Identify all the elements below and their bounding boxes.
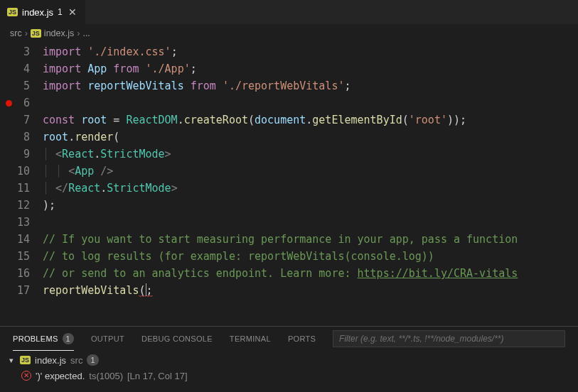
- tab-bar: JS index.js 1 ✕: [0, 0, 578, 25]
- tab-terminal[interactable]: TERMINAL: [230, 327, 271, 351]
- line-number: 11: [0, 180, 43, 197]
- problem-item[interactable]: ✕ ')' expected. ts(1005) [Ln 17, Col 17]: [7, 368, 571, 383]
- line-number: 3: [0, 43, 43, 60]
- bottom-panel: PROBLEMS 1 OUTPUT DEBUG CONSOLE TERMINAL…: [0, 326, 578, 391]
- line-number: 10: [0, 163, 43, 180]
- file-error-count-badge: 1: [87, 354, 98, 366]
- line-number: 5: [0, 77, 43, 94]
- line-number: 14: [0, 231, 43, 248]
- line-number: 6: [0, 94, 43, 111]
- chevron-right-icon: ›: [25, 28, 28, 38]
- js-icon: JS: [7, 8, 18, 16]
- breadcrumb-seg-src[interactable]: src: [10, 28, 22, 38]
- problems-count-badge: 1: [63, 333, 74, 344]
- problem-message: ')' expected.: [36, 371, 85, 381]
- panel-tab-bar: PROBLEMS 1 OUTPUT DEBUG CONSOLE TERMINAL…: [0, 327, 578, 351]
- js-icon: JS: [20, 356, 31, 364]
- line-number: 12: [0, 197, 43, 214]
- error-icon: ✕: [21, 371, 31, 381]
- line-number: 8: [0, 129, 43, 146]
- breadcrumb: src › JS index.js › ...: [0, 25, 578, 42]
- line-number: 16: [0, 265, 43, 282]
- js-icon: JS: [31, 29, 41, 38]
- code-lines: 3import './index.css'; 4import App from …: [0, 42, 578, 299]
- line-number: 7: [0, 111, 43, 129]
- tab-dirty-indicator: 1: [58, 7, 63, 17]
- breadcrumb-seg-file[interactable]: index.js: [44, 28, 74, 38]
- tab-ports[interactable]: PORTS: [288, 327, 316, 351]
- chevron-down-icon[interactable]: ▾: [7, 356, 16, 365]
- close-icon[interactable]: ✕: [67, 6, 78, 18]
- editor[interactable]: 3import './index.css'; 4import App from …: [0, 42, 578, 326]
- learn-more-link[interactable]: https://bit.ly/CRA-vitals: [358, 267, 518, 280]
- chevron-right-icon: ›: [77, 28, 80, 38]
- problem-file-name: index.js: [35, 355, 66, 366]
- line-number: 13: [0, 214, 43, 231]
- filter-input[interactable]: [333, 330, 565, 347]
- breadcrumb-seg-more[interactable]: ...: [82, 28, 90, 38]
- line-number: 17: [0, 282, 43, 299]
- tab-label: index.js: [22, 7, 53, 18]
- line-number: 9: [0, 146, 43, 163]
- tab-problems[interactable]: PROBLEMS 1: [13, 327, 74, 351]
- problem-location: [Ln 17, Col 17]: [127, 371, 188, 381]
- problem-file-row[interactable]: ▾ JS index.js src 1: [7, 352, 571, 368]
- problem-code: ts(1005): [89, 371, 123, 381]
- problems-list: ▾ JS index.js src 1 ✕ ')' expected. ts(1…: [0, 351, 578, 383]
- tab-output[interactable]: OUTPUT: [91, 327, 124, 351]
- line-number: 15: [0, 248, 43, 265]
- problem-file-folder: src: [70, 355, 82, 366]
- tab-debug-console[interactable]: DEBUG CONSOLE: [141, 327, 213, 351]
- line-number: 4: [0, 60, 43, 77]
- tab-index-js[interactable]: JS index.js 1 ✕: [0, 0, 86, 24]
- breakpoint-icon[interactable]: [6, 100, 12, 107]
- problems-filter: [333, 330, 565, 347]
